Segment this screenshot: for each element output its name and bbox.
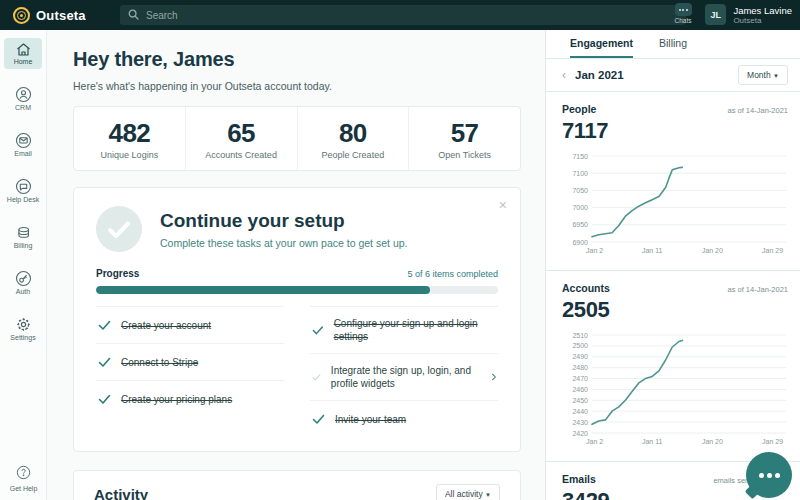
activity-filter-dropdown[interactable]: All activity ▼ <box>436 484 500 500</box>
outseta-rings-icon <box>13 7 30 24</box>
svg-text:Jan 29: Jan 29 <box>762 247 783 254</box>
svg-text:Jan 2: Jan 2 <box>586 247 603 254</box>
task-invite-team[interactable]: Invite your team <box>310 400 498 437</box>
period-label: Jan 2021 <box>575 69 624 81</box>
user-name: James Lavine <box>733 5 792 16</box>
user-org: Outseta <box>733 16 792 25</box>
check-icon <box>312 414 325 425</box>
page-subtitle: Here's what's happening in your Outseta … <box>73 80 521 92</box>
accounts-chart: 2510250024902480247024602450244024302420… <box>562 329 788 451</box>
setup-subtitle: Complete these tasks at your own pace to… <box>160 237 407 249</box>
sidebar-item-billing[interactable]: Billing <box>4 220 42 253</box>
gear-icon <box>15 316 32 333</box>
period-selector-dropdown[interactable]: Month ▼ <box>738 65 788 85</box>
people-as-of: as of 14-Jan-2021 <box>728 106 788 115</box>
activity-title: Activity <box>94 486 148 500</box>
progress-label: Progress <box>96 268 139 279</box>
task-connect-stripe[interactable]: Connect to Stripe <box>96 343 284 380</box>
avatar: JL <box>705 4 726 25</box>
task-label: Create your account <box>121 319 211 332</box>
sidebar-item-crm[interactable]: CRM <box>4 82 42 115</box>
accounts-section: Accounts as of 14-Jan-2021 2505 25102500… <box>546 271 800 462</box>
engagement-panel: Engagement Billing ‹ Jan 2021 Month ▼ Pe… <box>545 30 800 500</box>
accounts-as-of: as of 14-Jan-2021 <box>728 285 788 294</box>
key-circle-icon <box>15 270 32 287</box>
svg-text:7150: 7150 <box>572 153 588 160</box>
chevron-left-icon[interactable]: ‹ <box>562 68 566 82</box>
user-menu[interactable]: JL James Lavine Outseta <box>705 4 792 25</box>
stat-value: 482 <box>74 118 185 149</box>
task-label: Connect to Stripe <box>121 356 198 369</box>
progress-bar <box>96 286 498 294</box>
close-icon[interactable]: × <box>499 198 507 212</box>
progress-fill <box>96 286 430 294</box>
setup-card: × Continue your setup Complete these tas… <box>73 187 521 452</box>
task-label: Configure your sign up and login setting… <box>334 317 496 343</box>
people-title: People <box>562 103 596 115</box>
top-bar: Outseta Chats JL James Lavine Outseta <box>0 0 800 30</box>
sidebar-item-label: Email <box>4 150 42 158</box>
svg-text:6950: 6950 <box>572 221 588 228</box>
page-title: Hey there, James <box>73 48 521 71</box>
accounts-total: 2505 <box>562 297 788 323</box>
people-total: 7117 <box>562 118 788 144</box>
person-circle-icon <box>15 86 32 103</box>
check-icon <box>312 325 324 336</box>
get-help-button[interactable]: Get Help <box>0 465 47 492</box>
brand-name: Outseta <box>36 8 86 23</box>
chevron-right-icon <box>492 372 496 382</box>
chat-widget-button[interactable] <box>746 452 792 498</box>
search-input[interactable] <box>120 5 686 25</box>
svg-text:Jan 20: Jan 20 <box>702 247 723 254</box>
task-integrate-widgets[interactable]: Integrate the sign up, login, and profil… <box>310 353 498 400</box>
svg-text:2420: 2420 <box>572 430 588 437</box>
stat-label: People Created <box>298 150 409 160</box>
stat-value: 80 <box>298 118 409 149</box>
setup-check-icon <box>96 206 142 252</box>
check-icon <box>98 394 111 405</box>
stat-label: Unique Logins <box>74 150 185 160</box>
svg-text:2470: 2470 <box>572 375 588 382</box>
main-content: Hey there, James Here's what's happening… <box>47 30 545 500</box>
sidebar-item-auth[interactable]: Auth <box>4 266 42 299</box>
task-signup-login-settings[interactable]: Configure your sign up and login setting… <box>310 306 498 353</box>
envelope-circle-icon <box>15 132 32 149</box>
svg-text:Jan 11: Jan 11 <box>642 247 663 254</box>
people-section: People as of 14-Jan-2021 7117 7150710070… <box>546 92 800 271</box>
sidebar-item-home[interactable]: Home <box>4 38 42 69</box>
setup-title: Continue your setup <box>160 210 407 232</box>
sidebar: Home CRM Email Help Desk Billing Auth Se… <box>0 30 47 500</box>
check-icon <box>98 357 111 368</box>
tab-engagement[interactable]: Engagement <box>570 30 633 58</box>
svg-text:Jan 11: Jan 11 <box>642 438 663 445</box>
task-label: Integrate the sign up, login, and profil… <box>331 364 472 390</box>
people-chart: 715071007050700069506900Jan 2Jan 11Jan 2… <box>562 150 788 260</box>
activity-card: Activity All activity ▼ TODAY todd@tierf… <box>73 470 521 500</box>
task-pricing-plans[interactable]: Create your pricing plans <box>96 380 284 417</box>
stat-open-tickets: 57 Open Tickets <box>408 107 520 170</box>
accounts-title: Accounts <box>562 282 610 294</box>
tab-billing[interactable]: Billing <box>659 30 687 58</box>
svg-text:2490: 2490 <box>572 353 588 360</box>
chats-button[interactable]: Chats <box>668 2 698 29</box>
svg-text:2450: 2450 <box>572 397 588 404</box>
sidebar-item-label: CRM <box>4 104 42 112</box>
get-help-label: Get Help <box>0 485 47 492</box>
stat-value: 65 <box>186 118 297 149</box>
sidebar-item-help-desk[interactable]: Help Desk <box>4 174 42 207</box>
svg-text:Jan 2: Jan 2 <box>586 438 603 445</box>
sidebar-item-settings[interactable]: Settings <box>4 312 42 345</box>
progress-status: 5 of 6 items completed <box>407 269 498 279</box>
sidebar-item-label: Home <box>4 58 42 66</box>
stat-value: 57 <box>409 118 520 149</box>
global-search[interactable] <box>120 5 686 25</box>
stat-label: Open Tickets <box>409 150 520 160</box>
check-icon <box>98 320 111 331</box>
svg-text:2460: 2460 <box>572 386 588 393</box>
sidebar-item-email[interactable]: Email <box>4 128 42 161</box>
check-icon <box>312 372 321 383</box>
outseta-logo[interactable]: Outseta <box>13 0 86 30</box>
task-label: Invite your team <box>335 413 406 426</box>
svg-text:2480: 2480 <box>572 364 588 371</box>
task-create-account[interactable]: Create your account <box>96 306 284 343</box>
